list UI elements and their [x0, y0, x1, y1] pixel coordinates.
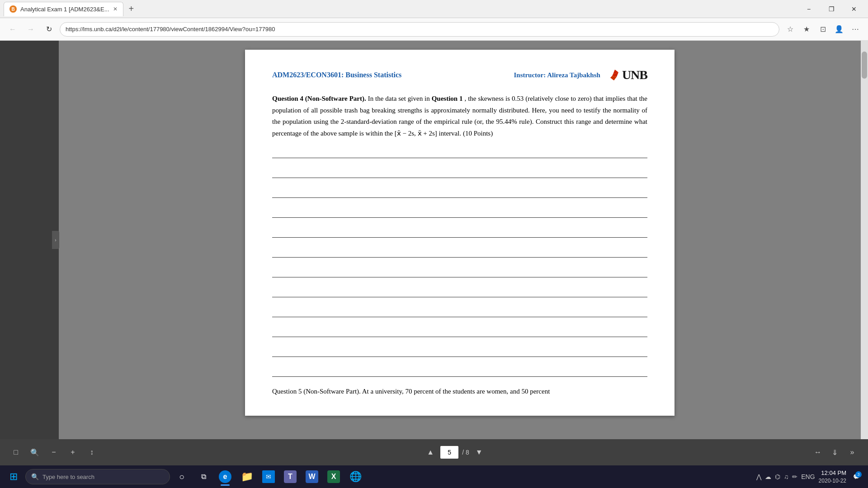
question5-preview: Question 5 (Non-Software Part). At a uni…: [272, 386, 647, 398]
language-indicator[interactable]: ENG: [801, 473, 815, 480]
taskbar-file-explorer[interactable]: 📁: [237, 467, 257, 487]
tray-pen-icon[interactable]: ✏: [792, 473, 797, 480]
unb-logo-text: UNB: [622, 68, 647, 82]
system-tray: ⋀ ☁ ⌬ ♫ ✏: [756, 473, 798, 480]
cortana-icon: ○: [175, 470, 188, 483]
more-tools-button[interactable]: »: [845, 446, 859, 459]
refresh-button[interactable]: ↻: [42, 22, 56, 37]
taskbar: ⊞ 🔍 Type here to search ○ ⧉ e 📁 ✉ T: [0, 465, 868, 488]
close-button[interactable]: ✕: [844, 2, 864, 16]
task-view-button[interactable]: ⧉: [193, 467, 213, 487]
taskbar-search-icon: 🔍: [31, 473, 39, 480]
instructor-section: Instructor: Alireza Tajbakhsh UNB: [514, 68, 647, 82]
task-view-icon: ⧉: [197, 470, 210, 483]
pdf-search-button[interactable]: 🔍: [28, 446, 42, 459]
main-area: › ADM2623/ECON3601: Business Statistics …: [0, 41, 868, 439]
taskbar-teams[interactable]: T: [280, 467, 300, 487]
question1-ref: Question 1: [432, 95, 463, 102]
pdf-page: ADM2623/ECON3601: Business Statistics In…: [245, 50, 675, 416]
tray-chevron-icon[interactable]: ⋀: [756, 473, 761, 480]
answer-line: [272, 307, 647, 317]
back-button[interactable]: ←: [5, 22, 20, 37]
browser-tab[interactable]: B Analytical Exam 1 [ADM2623&E... ✕: [4, 2, 123, 16]
vertical-scrollbar[interactable]: [861, 41, 868, 439]
start-button[interactable]: ⊞: [4, 467, 24, 487]
date-display: 2020-10-22: [819, 477, 846, 485]
download-button[interactable]: ⇓: [828, 446, 842, 459]
tab-bar: B Analytical Exam 1 [ADM2623&E... ✕ +: [4, 0, 798, 18]
next-page-button[interactable]: ▼: [473, 446, 486, 459]
question4-text: Question 4 (Non-Software Part). In the d…: [272, 93, 647, 139]
tab-label: Analytical Exam 1 [ADM2623&E...: [20, 6, 109, 13]
taskbar-word[interactable]: W: [302, 467, 322, 487]
question4-intro: In the data set given in: [368, 95, 432, 102]
forward-button[interactable]: →: [24, 22, 38, 37]
taskbar-mail[interactable]: ✉: [259, 467, 278, 487]
current-page-input[interactable]: [440, 446, 458, 459]
new-tab-button[interactable]: +: [125, 4, 138, 14]
tray-volume-icon[interactable]: ♫: [784, 473, 789, 480]
zoom-out-button[interactable]: −: [47, 446, 61, 459]
answer-line: [272, 267, 647, 277]
mail-icon: ✉: [262, 470, 275, 483]
sidebar-toggle-button[interactable]: ›: [52, 231, 59, 249]
answer-line: [272, 168, 647, 178]
title-bar: B Analytical Exam 1 [ADM2623&E... ✕ + − …: [0, 0, 868, 18]
tray-cloud-icon[interactable]: ☁: [765, 473, 771, 480]
profile-icon[interactable]: 👤: [832, 22, 846, 37]
taskbar-edge-browser[interactable]: e: [215, 467, 235, 487]
pdf-header: ADM2623/ECON3601: Business Statistics In…: [272, 68, 647, 82]
fit-page-button[interactable]: ↕: [85, 446, 99, 459]
minimize-button[interactable]: −: [798, 2, 819, 16]
windows-icon: ⊞: [7, 470, 20, 483]
sidebar-panel-button[interactable]: □: [9, 446, 23, 459]
taskbar-search-bar[interactable]: 🔍 Type here to search: [25, 469, 170, 484]
edge-icon: e: [219, 470, 231, 483]
zoom-in-button[interactable]: +: [66, 446, 80, 459]
url-input[interactable]: [60, 22, 779, 37]
time-display: 12:04 PM: [819, 469, 846, 477]
notification-count: 3: [855, 471, 862, 478]
taskbar-custom-app[interactable]: 🌐: [345, 467, 365, 487]
file-explorer-icon: 📁: [241, 470, 253, 483]
time-date-display[interactable]: 12:04 PM 2020-10-22: [819, 469, 846, 485]
pdf-toolbar-right: ↔ ⇓ »: [811, 446, 859, 459]
tray-wifi-icon[interactable]: ⌬: [775, 473, 780, 480]
pdf-viewer-area: ADM2623/ECON3601: Business Statistics In…: [59, 41, 861, 439]
extensions-icon[interactable]: ⊡: [816, 22, 830, 37]
pdf-pagination: ▲ / 8 ▼: [424, 446, 486, 459]
favorites-icon[interactable]: ☆: [783, 22, 797, 37]
pdf-toolbar: □ 🔍 − + ↕ ▲ / 8 ▼ ↔ ⇓ »: [0, 439, 868, 465]
answer-line: [272, 188, 647, 198]
question5-text: At a university, 70 percent of the stude…: [362, 388, 550, 395]
browser-toolbar-icons: ☆ ★ ⊡ 👤 ⋯: [783, 22, 863, 37]
maximize-button[interactable]: ❐: [821, 2, 842, 16]
prev-page-button[interactable]: ▲: [424, 446, 437, 459]
course-title: ADM2623/ECON3601: Business Statistics: [272, 71, 401, 79]
settings-icon[interactable]: ⋯: [848, 22, 863, 37]
collections-icon[interactable]: ★: [799, 22, 814, 37]
notification-center[interactable]: 💬 3: [850, 470, 863, 483]
taskbar-left: ⊞ 🔍 Type here to search ○ ⧉ e 📁 ✉ T: [0, 467, 369, 487]
pdf-toolbar-left: □ 🔍 − + ↕: [9, 446, 99, 459]
unb-logo: UNB: [606, 68, 647, 82]
cortana-button[interactable]: ○: [172, 467, 192, 487]
scroll-thumb[interactable]: [862, 52, 867, 79]
taskbar-search-placeholder: Type here to search: [42, 474, 94, 480]
question5-label: Question 5 (Non-Software Part).: [272, 388, 361, 395]
page-separator: / 8: [462, 449, 469, 456]
answer-line: [272, 248, 647, 258]
taskbar-excel[interactable]: X: [324, 467, 344, 487]
answer-line: [272, 347, 647, 357]
answer-line: [272, 148, 647, 158]
address-bar: ← → ↻ ☆ ★ ⊡ 👤 ⋯: [0, 18, 868, 41]
instructor-name: Instructor: Alireza Tajbakhsh: [514, 71, 600, 79]
custom-app-icon: 🌐: [349, 470, 362, 483]
tab-favicon: B: [9, 5, 17, 13]
unb-bird-icon: [606, 68, 620, 82]
tab-close-button[interactable]: ✕: [113, 6, 118, 12]
answer-line: [272, 228, 647, 238]
excel-icon: X: [327, 470, 340, 483]
word-icon: W: [306, 470, 318, 483]
fit-width-button[interactable]: ↔: [811, 446, 825, 459]
